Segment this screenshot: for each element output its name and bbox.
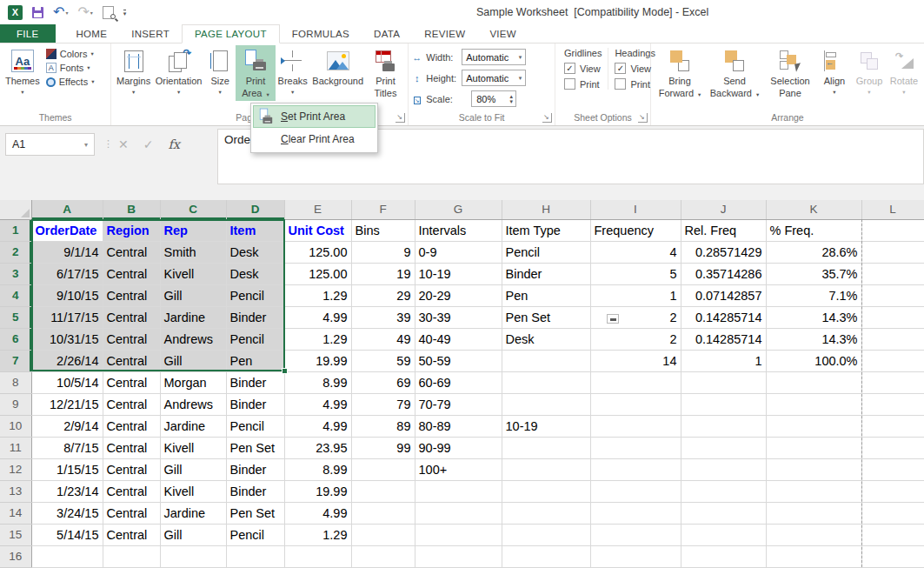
cell-G12[interactable]: 100+ [415, 458, 502, 480]
height-select[interactable]: Automatic▾ [462, 70, 526, 86]
cell-A5[interactable]: 11/17/15 [31, 306, 103, 328]
cell-H2[interactable]: Pencil [502, 241, 590, 263]
cell-D5[interactable]: Binder [226, 306, 284, 328]
sheet-options-dialog-launcher[interactable]: ↘ [638, 113, 648, 123]
row-header-13[interactable]: 13 [0, 480, 31, 502]
name-box-caret-icon[interactable]: ▾ [84, 141, 88, 149]
page-setup-dialog-launcher[interactable]: ↘ [396, 113, 405, 123]
cell-I11[interactable] [590, 437, 681, 458]
cell-A10[interactable]: 2/9/14 [31, 415, 103, 437]
cell-B13[interactable]: Central [103, 480, 160, 502]
cell-I1[interactable]: Frequency [590, 219, 681, 241]
cell-D2[interactable]: Desk [226, 241, 284, 263]
column-header-C[interactable]: C [160, 200, 226, 219]
cell-F14[interactable] [351, 502, 415, 524]
cell-A2[interactable]: 9/1/14 [31, 241, 103, 263]
row-header-15[interactable]: 15 [0, 524, 31, 545]
cell-C5[interactable]: Jardine [160, 306, 226, 328]
embedded-object-marker[interactable] [607, 314, 619, 324]
cell-H16[interactable] [502, 545, 590, 567]
cell-B1[interactable]: Region [103, 219, 160, 241]
row-header-7[interactable]: 7 [0, 350, 31, 371]
scale-to-fit-dialog-launcher[interactable]: ↘ [542, 113, 552, 123]
cell-J11[interactable] [681, 437, 766, 458]
cell-L15[interactable] [861, 524, 924, 545]
cell-G6[interactable]: 40-49 [415, 328, 502, 350]
cell-C2[interactable]: Smith [160, 241, 226, 263]
cell-C10[interactable]: Jardine [160, 415, 226, 437]
cell-B2[interactable]: Central [103, 241, 160, 263]
save-button[interactable] [32, 7, 43, 18]
column-header-E[interactable]: E [284, 200, 351, 219]
fill-handle[interactable] [282, 368, 288, 374]
cell-B8[interactable]: Central [103, 371, 160, 393]
cell-E6[interactable]: 1.29 [284, 328, 351, 350]
cell-C9[interactable]: Andrews [160, 393, 226, 415]
cell-I13[interactable] [590, 480, 681, 502]
menu-item-set-print-area[interactable]: Set Print Area [253, 105, 376, 128]
cell-A4[interactable]: 9/10/15 [31, 284, 103, 306]
cell-K10[interactable] [766, 415, 861, 437]
width-select[interactable]: Automatic▾ [462, 49, 526, 65]
cell-A13[interactable]: 1/23/14 [31, 480, 103, 502]
redo-caret-icon[interactable]: ▾ [90, 10, 93, 16]
tab-home[interactable]: HOME [64, 24, 120, 43]
cell-L16[interactable] [861, 545, 924, 567]
cell-A16[interactable] [31, 545, 103, 567]
cell-B14[interactable]: Central [103, 502, 160, 524]
cell-F1[interactable]: Bins [351, 219, 415, 241]
cell-B12[interactable]: Central [103, 458, 160, 480]
cell-L4[interactable] [861, 284, 924, 306]
cell-J6[interactable]: 0.14285714 [681, 328, 766, 350]
tab-data[interactable]: DATA [362, 24, 412, 43]
cell-B9[interactable]: Central [103, 393, 160, 415]
redo-button[interactable]: ↷ ▾ [77, 6, 92, 18]
cell-C8[interactable]: Morgan [160, 371, 226, 393]
scale-input[interactable]: 80% ▲▼ [471, 90, 516, 107]
headings-print-checkbox[interactable]: Print [615, 78, 655, 90]
cell-L1[interactable] [861, 219, 924, 241]
cell-I2[interactable]: 4 [590, 241, 681, 263]
cell-E12[interactable]: 8.99 [284, 458, 351, 480]
row-header-8[interactable]: 8 [0, 371, 31, 393]
cell-K5[interactable]: 14.3% [766, 306, 861, 328]
cell-J5[interactable]: 0.14285714 [681, 306, 766, 328]
cell-F4[interactable]: 29 [351, 284, 415, 306]
cell-K9[interactable] [766, 393, 861, 415]
cell-C13[interactable]: Kivell [160, 480, 226, 502]
cell-D1[interactable]: Item [226, 219, 284, 241]
cell-H5[interactable]: Pen Set [502, 306, 590, 328]
undo-button[interactable]: ↶ ▾ [53, 6, 68, 18]
cell-E15[interactable]: 1.29 [284, 524, 351, 545]
headings-view-checkbox[interactable]: ✓View [615, 63, 655, 74]
cell-F11[interactable]: 99 [351, 437, 415, 458]
cell-G16[interactable] [415, 545, 502, 567]
cell-F5[interactable]: 39 [351, 306, 415, 328]
cell-J7[interactable]: 1 [681, 350, 766, 371]
row-header-5[interactable]: 5 [0, 306, 31, 328]
cell-B15[interactable]: Central [103, 524, 160, 545]
cell-G7[interactable]: 50-59 [415, 350, 502, 371]
cell-G1[interactable]: Intervals [415, 219, 502, 241]
cell-F13[interactable] [351, 480, 415, 502]
cell-D14[interactable]: Pen Set [226, 502, 284, 524]
cell-E1[interactable]: Unit Cost [284, 219, 351, 241]
cell-K8[interactable] [766, 371, 861, 393]
gridlines-view-checkbox[interactable]: ✓View [564, 63, 602, 74]
cell-I7[interactable]: 14 [590, 350, 681, 371]
send-backward-button[interactable]: Send Backward ▾ [706, 45, 763, 101]
cell-L6[interactable] [861, 328, 924, 350]
tab-view[interactable]: VIEW [477, 24, 528, 43]
row-header-6[interactable]: 6 [0, 328, 31, 350]
cell-J14[interactable] [681, 502, 766, 524]
cell-G14[interactable] [415, 502, 502, 524]
cell-J16[interactable] [681, 545, 766, 567]
cell-K14[interactable] [766, 502, 861, 524]
cell-A6[interactable]: 10/31/15 [31, 328, 103, 350]
cell-A14[interactable]: 3/24/15 [31, 502, 103, 524]
cell-G4[interactable]: 20-29 [415, 284, 502, 306]
cell-I9[interactable] [590, 393, 681, 415]
cell-E5[interactable]: 4.99 [284, 306, 351, 328]
cell-J4[interactable]: 0.07142857 [681, 284, 766, 306]
cell-H6[interactable]: Desk [502, 328, 590, 350]
